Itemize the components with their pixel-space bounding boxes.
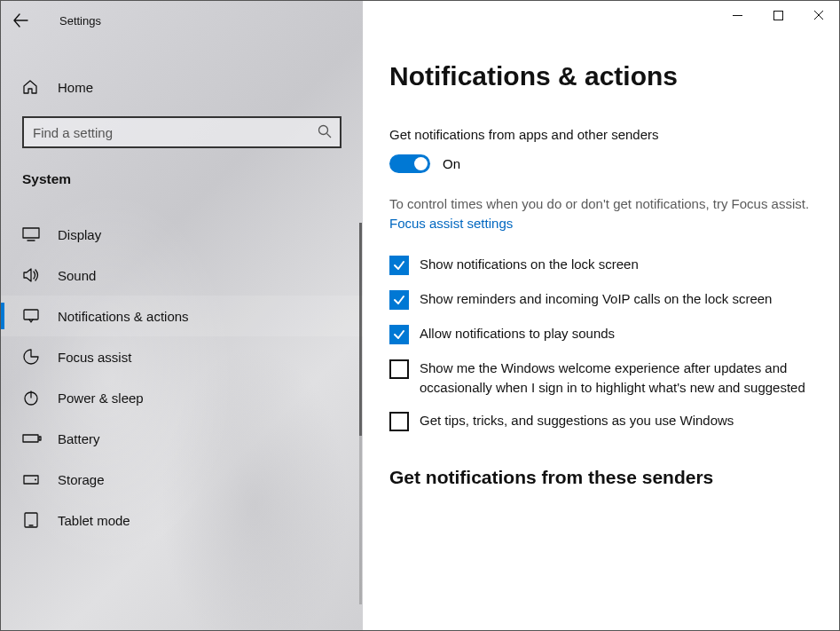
toggle-state: On [443, 156, 460, 171]
notifications-icon [22, 308, 42, 324]
toggle-label: Get notifications from apps and other se… [389, 127, 813, 142]
checkbox[interactable] [389, 359, 409, 379]
checkbox-label: Show me the Windows welcome experience a… [420, 359, 813, 398]
nav-item-label: Tablet mode [58, 513, 130, 528]
section-label: System [22, 171, 363, 187]
nav-item-tablet[interactable]: Tablet mode [1, 500, 363, 540]
nav-item-label: Focus assist [58, 350, 131, 365]
svg-rect-2 [23, 228, 39, 238]
search-wrap [22, 116, 341, 148]
check-icon [393, 259, 405, 272]
nav-item-label: Display [58, 227, 101, 242]
focus-assist-description: To control times when you do or don't ge… [389, 194, 813, 214]
content: Notifications & actions Get notification… [363, 40, 839, 488]
toggle-row: On [389, 154, 813, 173]
main-panel: Notifications & actions Get notification… [363, 1, 839, 630]
arrow-left-icon [12, 12, 28, 28]
focus-assist-link[interactable]: Focus assist settings [389, 216, 513, 231]
storage-icon [22, 471, 42, 487]
svg-rect-7 [23, 435, 38, 442]
checkbox-label: Show notifications on the lock screen [420, 255, 639, 274]
nav-item-display[interactable]: Display [1, 214, 363, 255]
checkbox[interactable] [389, 256, 409, 275]
minimize-icon [733, 11, 742, 20]
window-controls [363, 1, 839, 40]
checkbox-label: Allow notifications to play sounds [420, 324, 615, 343]
nav-item-label: Battery [58, 431, 100, 446]
sound-icon [22, 267, 42, 283]
titlebar-left: Settings [1, 1, 363, 40]
nav-item-label: Sound [58, 268, 96, 283]
nav-item-label: Storage [58, 472, 105, 487]
checkbox-label: Show reminders and incoming VoIP calls o… [420, 289, 772, 309]
svg-rect-8 [39, 437, 41, 440]
close-icon [813, 10, 824, 20]
close-button[interactable] [798, 1, 839, 29]
svg-rect-14 [773, 11, 782, 20]
window-title: Settings [59, 14, 101, 28]
nav-list: DisplaySoundNotifications & actionsFocus… [1, 214, 363, 540]
checkbox[interactable] [389, 290, 409, 310]
check-icon [393, 328, 405, 341]
svg-rect-4 [24, 310, 38, 319]
battery-icon [22, 430, 42, 446]
checkbox-row[interactable]: Get tips, tricks, and suggestions as you… [389, 411, 813, 431]
checkbox[interactable] [389, 412, 409, 431]
nav-item-notifications[interactable]: Notifications & actions [1, 296, 363, 336]
focus-icon [22, 349, 42, 365]
senders-subheading: Get notifications from these senders [389, 467, 813, 488]
sidebar: Settings Home System DisplaySoundNotific… [1, 1, 363, 630]
checkbox-row[interactable]: Allow notifications to play sounds [389, 324, 813, 344]
checkbox[interactable] [389, 325, 409, 344]
display-icon [22, 226, 42, 242]
minimize-button[interactable] [717, 1, 758, 29]
maximize-button[interactable] [758, 1, 798, 29]
tablet-icon [22, 512, 42, 528]
nav-item-power[interactable]: Power & sleep [1, 377, 363, 418]
home-icon [22, 79, 42, 95]
checkbox-list: Show notifications on the lock screenSho… [389, 255, 813, 432]
checkbox-row[interactable]: Show me the Windows welcome experience a… [389, 359, 813, 398]
maximize-icon [773, 11, 783, 20]
nav-home[interactable]: Home [1, 72, 363, 102]
check-icon [393, 294, 405, 306]
power-icon [22, 390, 42, 406]
nav-item-battery[interactable]: Battery [1, 418, 363, 459]
sidebar-scrollbar[interactable] [359, 223, 362, 604]
checkbox-row[interactable]: Show reminders and incoming VoIP calls o… [389, 289, 813, 310]
nav-item-label: Notifications & actions [58, 309, 189, 324]
notifications-toggle[interactable] [389, 154, 430, 173]
nav-item-label: Power & sleep [58, 390, 144, 406]
search-input[interactable] [22, 116, 341, 148]
back-button[interactable] [1, 1, 40, 40]
nav-item-focus[interactable]: Focus assist [1, 336, 363, 377]
svg-point-10 [35, 479, 36, 481]
checkbox-row[interactable]: Show notifications on the lock screen [389, 255, 813, 275]
nav-item-sound[interactable]: Sound [1, 255, 363, 296]
checkbox-label: Get tips, tricks, and suggestions as you… [420, 411, 734, 430]
nav-home-label: Home [58, 80, 93, 95]
scrollbar-thumb[interactable] [359, 223, 362, 436]
nav-item-storage[interactable]: Storage [1, 459, 363, 500]
page-title: Notifications & actions [389, 61, 813, 91]
